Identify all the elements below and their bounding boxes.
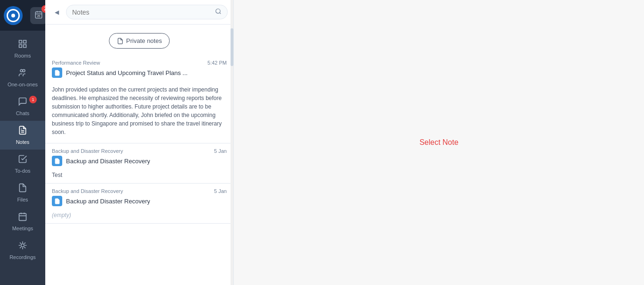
collapse-button[interactable]: ◀ bbox=[51, 7, 62, 18]
svg-rect-14 bbox=[19, 213, 26, 220]
note-category: Performance Review bbox=[52, 60, 100, 66]
nav-items: Rooms One-on-ones 1 Chats bbox=[0, 31, 45, 265]
note-title-row: Project Status and Upcoming Travel Plans… bbox=[45, 67, 233, 82]
private-notes-button[interactable]: Private notes bbox=[109, 33, 170, 49]
note-preview: (empty) bbox=[45, 210, 233, 223]
svg-rect-8 bbox=[19, 45, 22, 48]
svg-rect-7 bbox=[24, 45, 26, 48]
note-doc-icon bbox=[52, 196, 62, 206]
note-time: 5 Jan bbox=[214, 148, 227, 154]
recordings-icon bbox=[18, 241, 27, 252]
notes-search-input[interactable] bbox=[72, 8, 211, 16]
sidebar-item-label: Files bbox=[17, 197, 28, 202]
note-header: Performance Review 5:42 PM bbox=[45, 55, 233, 67]
chats-badge: 1 bbox=[29, 96, 37, 103]
company-logo bbox=[4, 6, 23, 25]
notes-list: Performance Review 5:42 PM Project Statu… bbox=[45, 55, 233, 285]
chats-icon bbox=[18, 97, 27, 109]
sidebar-item-label: Notes bbox=[16, 139, 30, 145]
private-notes-area: Private notes bbox=[45, 25, 233, 55]
sidebar-item-meetings[interactable]: Meetings bbox=[0, 207, 45, 236]
scrollbar-track bbox=[231, 0, 233, 285]
note-title: Backup and Disaster Recovery bbox=[66, 158, 150, 165]
notes-search-area: ◀ bbox=[45, 0, 233, 25]
note-item[interactable]: Backup and Disaster Recovery 5 Jan Backu… bbox=[45, 143, 233, 184]
meetings-icon bbox=[18, 212, 27, 224]
note-title-row: Backup and Disaster Recovery bbox=[45, 196, 233, 210]
notes-icon bbox=[18, 126, 27, 137]
note-preview: John provided updates on the current pro… bbox=[45, 82, 233, 143]
sidebar-item-files[interactable]: Files bbox=[0, 178, 45, 207]
svg-rect-6 bbox=[24, 41, 26, 43]
calendar-button[interactable]: 25 2 bbox=[30, 7, 47, 24]
select-note-text: Select Note bbox=[420, 138, 459, 147]
sidebar-item-label: Meetings bbox=[12, 226, 33, 231]
notes-panel: ◀ Private notes bbox=[45, 0, 234, 285]
note-title: Project Status and Upcoming Travel Plans… bbox=[66, 69, 188, 76]
sidebar-item-one-on-ones[interactable]: One-on-ones bbox=[0, 63, 45, 92]
private-notes-label: Private notes bbox=[126, 37, 162, 44]
sidebar-item-notes[interactable]: Notes bbox=[0, 121, 45, 150]
company-header: Qik Enterprises Private Limited Company … bbox=[0, 0, 45, 31]
sidebar-item-to-dos[interactable]: To-dos bbox=[0, 150, 45, 178]
one-on-ones-icon bbox=[18, 68, 27, 80]
note-doc-icon bbox=[52, 156, 62, 166]
sidebar-item-label: One-on-ones bbox=[8, 82, 38, 87]
note-preview: Test bbox=[45, 170, 233, 183]
svg-point-18 bbox=[21, 244, 25, 247]
scrollbar-thumb[interactable] bbox=[231, 28, 233, 66]
note-time: 5:42 PM bbox=[207, 60, 227, 66]
note-doc-icon bbox=[52, 67, 62, 78]
sidebar-item-chats[interactable]: 1 Chats bbox=[0, 92, 45, 121]
note-header: Backup and Disaster Recovery 5 Jan bbox=[45, 184, 233, 196]
note-title-row: Backup and Disaster Recovery bbox=[45, 156, 233, 170]
note-title: Backup and Disaster Recovery bbox=[66, 198, 150, 205]
sidebar-item-label: To-dos bbox=[15, 168, 30, 174]
files-icon bbox=[18, 183, 27, 195]
note-item[interactable]: Backup and Disaster Recovery 5 Jan Backu… bbox=[45, 184, 233, 224]
note-category: Backup and Disaster Recovery bbox=[52, 148, 123, 154]
sidebar-item-label: Rooms bbox=[15, 53, 31, 59]
sidebar: Qik Enterprises Private Limited Company … bbox=[0, 0, 45, 285]
note-header: Backup and Disaster Recovery 5 Jan bbox=[45, 143, 233, 156]
svg-point-10 bbox=[23, 69, 25, 72]
search-wrapper bbox=[66, 5, 228, 19]
main-content: Select Note bbox=[234, 0, 644, 285]
to-dos-icon bbox=[18, 154, 27, 166]
svg-rect-5 bbox=[19, 41, 22, 43]
svg-line-20 bbox=[220, 13, 221, 14]
rooms-icon bbox=[18, 39, 27, 51]
sidebar-item-rooms[interactable]: Rooms bbox=[0, 34, 45, 63]
sidebar-item-label: Recordings bbox=[9, 254, 36, 260]
svg-text:25: 25 bbox=[37, 15, 41, 17]
svg-point-19 bbox=[216, 9, 220, 13]
sidebar-item-recordings[interactable]: Recordings bbox=[0, 236, 45, 265]
calendar-icon: 25 bbox=[34, 10, 43, 21]
note-category: Backup and Disaster Recovery bbox=[52, 188, 123, 194]
note-time: 5 Jan bbox=[214, 188, 227, 194]
note-item[interactable]: Performance Review 5:42 PM Project Statu… bbox=[45, 55, 233, 143]
sidebar-item-label: Chats bbox=[16, 110, 30, 116]
search-icon bbox=[215, 8, 222, 16]
